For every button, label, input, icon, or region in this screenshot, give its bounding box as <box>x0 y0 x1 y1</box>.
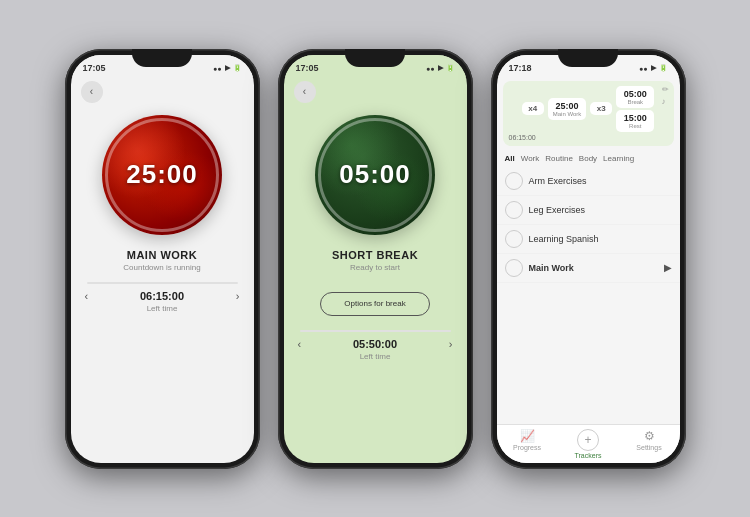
item-name-2: Leg Exercises <box>529 205 672 215</box>
item-circle-1 <box>505 172 523 190</box>
tracker-box-2: 05:00 Break <box>616 86 654 108</box>
phone-1: 17:05 ●● ▶ 🔋 ‹ 25:00 MAIN WORK Countdown… <box>65 49 260 469</box>
item-circle-2 <box>505 201 523 219</box>
back-button-2[interactable]: ‹ <box>294 81 316 103</box>
status-icons-3: ●● ▶ 🔋 <box>639 64 667 72</box>
phone-2: 17:05 ●● ▶ 🔋 ‹ 05:00 SHORT BREAK Ready t… <box>278 49 473 469</box>
tab-body[interactable]: Body <box>579 154 597 163</box>
nav-row-1: ‹ 06:15:00 › <box>71 284 254 304</box>
timer-value-1: 25:00 <box>126 159 198 190</box>
progress-icon: 📈 <box>520 429 535 443</box>
status-icons-1: ●● ▶ 🔋 <box>213 64 241 72</box>
item-name-4: Main Work <box>529 263 658 273</box>
nav-prev-2[interactable]: ‹ <box>298 338 302 350</box>
time-3: 17:18 <box>509 63 532 73</box>
time-2: 17:05 <box>296 63 319 73</box>
tab-all[interactable]: All <box>505 154 515 163</box>
timer-label-2: SHORT BREAK <box>284 249 467 261</box>
nav-sublabel-2: Left time <box>284 352 467 367</box>
nav-next-2[interactable]: › <box>449 338 453 350</box>
list-item: Main Work ▶ <box>497 254 680 283</box>
tracker-box-3: 15:00 Rest <box>616 110 654 132</box>
timer-circle-1: 25:00 <box>102 115 222 235</box>
status-icons-2: ●● ▶ 🔋 <box>426 64 454 72</box>
nav-item-trackers[interactable]: + Trackers <box>558 429 619 459</box>
options-break-button[interactable]: Options for break <box>320 292 430 316</box>
bottom-nav: 📈 Progress + Trackers ⚙ Settings <box>497 424 680 463</box>
multiplier-1: x4 <box>522 102 544 115</box>
timer-circle-2: 05:00 <box>315 115 435 235</box>
music-icon[interactable]: ♪ <box>662 97 669 106</box>
list-item: Learning Spanish <box>497 225 680 254</box>
item-name-1: Arm Exercises <box>529 176 672 186</box>
tracker-box-1: 25:00 Main Work <box>548 98 587 120</box>
multiplier-2: x3 <box>590 102 612 115</box>
item-name-3: Learning Spanish <box>529 234 672 244</box>
add-tracker-icon[interactable]: + <box>577 429 599 451</box>
nav-next-1[interactable]: › <box>236 290 240 302</box>
phone-3: 17:18 ●● ▶ 🔋 x4 25:00 Main Work x3 <box>491 49 686 469</box>
play-icon-4[interactable]: ▶ <box>664 262 672 273</box>
item-circle-3 <box>505 230 523 248</box>
list-item: Arm Exercises <box>497 167 680 196</box>
timer-sublabel-1: Countdown is running <box>71 263 254 272</box>
list-item: Leg Exercises <box>497 196 680 225</box>
tracker-list: Arm Exercises Leg Exercises Learning Spa… <box>497 167 680 424</box>
nav-row-2: ‹ 05:50:00 › <box>284 332 467 352</box>
nav-item-progress[interactable]: 📈 Progress <box>497 429 558 459</box>
timer-sublabel-2: Ready to start <box>284 263 467 272</box>
time-1: 17:05 <box>83 63 106 73</box>
tab-routine[interactable]: Routine <box>545 154 573 163</box>
item-circle-4 <box>505 259 523 277</box>
nav-item-settings[interactable]: ⚙ Settings <box>619 429 680 459</box>
back-button-1[interactable]: ‹ <box>81 81 103 103</box>
nav-prev-1[interactable]: ‹ <box>85 290 89 302</box>
timer-label-1: MAIN WORK <box>71 249 254 261</box>
tab-work[interactable]: Work <box>521 154 540 163</box>
tracker-total: 06:15:00 <box>509 134 668 141</box>
tracker-header: x4 25:00 Main Work x3 05:00 Break 15:00 <box>503 81 674 146</box>
tab-learning[interactable]: Learning <box>603 154 634 163</box>
nav-time-1: 06:15:00 <box>140 290 184 302</box>
filter-tabs: All Work Routine Body Learning <box>497 150 680 167</box>
timer-value-2: 05:00 <box>339 159 411 190</box>
nav-time-2: 05:50:00 <box>353 338 397 350</box>
edit-icons: ✏ ♪ <box>662 85 669 106</box>
edit-icon[interactable]: ✏ <box>662 85 669 94</box>
nav-sublabel-1: Left time <box>71 304 254 319</box>
settings-icon: ⚙ <box>644 429 655 443</box>
